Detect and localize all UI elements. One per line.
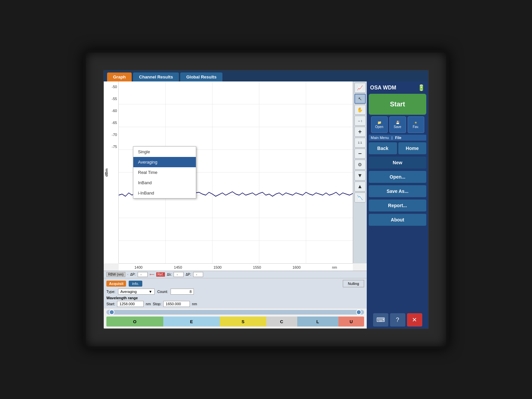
x-value-1: 1400 xyxy=(134,265,142,269)
y-value-3: -60 xyxy=(104,109,117,113)
battery-icon: 🔋 xyxy=(418,84,425,91)
tab-channel-results[interactable]: Channel Results xyxy=(133,72,179,81)
dl-value: - xyxy=(174,272,184,277)
close-button[interactable]: ✕ xyxy=(407,313,422,327)
band-C: C xyxy=(266,317,297,327)
dropdown-realtime[interactable]: Real Time xyxy=(133,167,196,178)
fav-icon-btn[interactable]: ★ Fav. xyxy=(408,116,424,133)
dropdown-inband[interactable]: InBand xyxy=(133,178,196,188)
start-label: Start: xyxy=(106,302,115,306)
delta-p-label-1: · xyxy=(127,273,128,276)
main-menu-link[interactable]: Main Menu xyxy=(371,136,389,140)
star-icon: ★ xyxy=(414,121,417,124)
wavelength-row: Start: 1258.000 nm Stop: 1650.000 nm xyxy=(106,301,364,307)
start-value[interactable]: 1258.000 xyxy=(117,301,144,307)
toolbar-hand-btn[interactable]: ✋ xyxy=(354,105,366,115)
toolbar-zoom-out-btn[interactable]: − xyxy=(354,149,366,159)
toolbar-down-btn[interactable]: ▼ xyxy=(354,171,366,181)
main-content: dBm -50 -55 -60 -65 -70 -75 xyxy=(104,81,428,329)
type-select[interactable]: Averaging▼ xyxy=(118,289,155,295)
rbw-label: RBW (nm) xyxy=(106,272,125,277)
acquisition-panel: Acquisit info. Nulling Type: Averaging▼ … xyxy=(104,278,367,309)
dp2-value: - xyxy=(193,272,203,277)
device-frame: Graph Channel Results Global Results dBm… xyxy=(83,50,449,349)
dropdown-single[interactable]: Single xyxy=(133,147,196,157)
rbw-bar: RBW (nm) · ΔP: - ⟵ Ref. Δλ: - ΔP: - xyxy=(104,271,367,278)
band-E: E xyxy=(163,317,220,327)
slider-left-thumb[interactable] xyxy=(109,310,114,315)
toolbar-zoom-in-btn[interactable]: + xyxy=(354,127,366,137)
toolbar-zoom-fit-btn[interactable]: ↔↕ xyxy=(354,116,366,126)
arrow-ref: ⟵ xyxy=(150,273,154,276)
toolbar-cursor-btn[interactable]: ↖ xyxy=(354,94,366,104)
type-label: Type: xyxy=(106,290,115,294)
x-axis: 1400 1450 1500 1550 1600 nm xyxy=(119,263,353,271)
screen: Graph Channel Results Global Results dBm… xyxy=(103,70,429,329)
count-label: Count: xyxy=(157,290,168,294)
graph-slider[interactable] xyxy=(106,310,364,315)
graph-section: dBm -50 -55 -60 -65 -70 -75 xyxy=(104,81,367,329)
right-panel: OSA WDM 🔋 Start 📁 Open 💾 Save xyxy=(367,81,428,329)
save-icon-btn[interactable]: 💾 Save xyxy=(389,116,406,133)
slider-right-thumb[interactable] xyxy=(356,310,361,315)
y-value-6: -75 xyxy=(104,145,117,149)
keyboard-button[interactable]: ⌨ xyxy=(373,313,388,327)
back-home-row: Back Home xyxy=(369,142,426,155)
home-button[interactable]: Home xyxy=(398,142,427,154)
x-value-3: 1500 xyxy=(213,265,221,269)
nulling-btn[interactable]: Nulling xyxy=(343,280,364,287)
stop-unit: nm xyxy=(192,302,197,306)
tab-global-results[interactable]: Global Results xyxy=(180,72,222,81)
toolbar-graph2-btn[interactable]: 📉 xyxy=(354,193,366,202)
save-icon: 💾 xyxy=(396,121,400,124)
toolbar-fit-btn[interactable]: 📈 xyxy=(354,83,366,93)
acquisition-label-btn[interactable]: Acquisit xyxy=(106,281,126,287)
x-value-2: 1450 xyxy=(174,265,182,269)
about-button[interactable]: About xyxy=(369,214,426,226)
band-S: S xyxy=(220,317,266,327)
delta-lambda-label: Δλ: xyxy=(167,273,172,276)
open-menu-button[interactable]: Open... xyxy=(369,171,426,183)
start-unit: nm xyxy=(146,302,151,306)
y-value-4: -65 xyxy=(104,121,117,125)
app-title: OSA WDM xyxy=(370,85,396,91)
band-U: U xyxy=(338,317,364,327)
new-button[interactable]: New xyxy=(369,157,426,169)
report-button[interactable]: Report... xyxy=(369,200,426,211)
back-button[interactable]: Back xyxy=(369,142,397,154)
type-dropdown[interactable]: Single Averaging Real Time InBand i-InBa… xyxy=(133,146,196,199)
measure-dp2: ΔP: xyxy=(186,273,191,276)
dropdown-iinband[interactable]: i-InBand xyxy=(133,188,196,198)
band-L: L xyxy=(297,317,338,327)
open-label: Open xyxy=(375,125,383,129)
header-tabs: Graph Channel Results Global Results xyxy=(104,70,428,81)
band-bar: O E S C L U xyxy=(106,317,364,327)
toolbar-1to1-btn[interactable]: 1:1 xyxy=(354,138,366,148)
file-icon-row: 📁 Open 💾 Save ★ Fav. xyxy=(369,116,426,133)
fav-label: Fav. xyxy=(413,125,419,129)
stop-value[interactable]: 1650.000 xyxy=(163,301,190,307)
dropdown-averaging[interactable]: Averaging xyxy=(133,157,196,167)
band-O: O xyxy=(106,317,163,327)
save-as-button[interactable]: Save As... xyxy=(369,185,426,197)
y-value-5: -70 xyxy=(104,133,117,137)
count-input[interactable]: 8 xyxy=(171,289,194,295)
save-label: Save xyxy=(394,125,401,129)
toolbar-config-btn[interactable]: ⚙ xyxy=(354,160,366,170)
menu-header: Main Menu | File xyxy=(369,135,426,141)
help-button[interactable]: ? xyxy=(390,313,405,327)
start-button[interactable]: Start xyxy=(369,94,426,115)
folder-icon: 📁 xyxy=(377,121,381,124)
osa-header: OSA WDM 🔋 xyxy=(369,83,426,92)
wavelength-range-label: Wavelength range xyxy=(106,296,364,300)
y-axis-label-dbm: dBm xyxy=(104,168,108,176)
toolbar-up-btn[interactable]: ▲ xyxy=(354,182,366,192)
measure-dp: ΔP: xyxy=(130,273,135,276)
ref-label: Ref. xyxy=(156,272,165,277)
file-menu-link[interactable]: File xyxy=(395,136,401,140)
tab-graph[interactable]: Graph xyxy=(107,72,132,81)
bottom-icons: ⌨ ? ✕ xyxy=(369,312,426,327)
acq-info-btn[interactable]: info. xyxy=(129,281,142,287)
open-icon-btn[interactable]: 📁 Open xyxy=(371,116,388,133)
x-axis-unit: nm xyxy=(332,265,337,269)
